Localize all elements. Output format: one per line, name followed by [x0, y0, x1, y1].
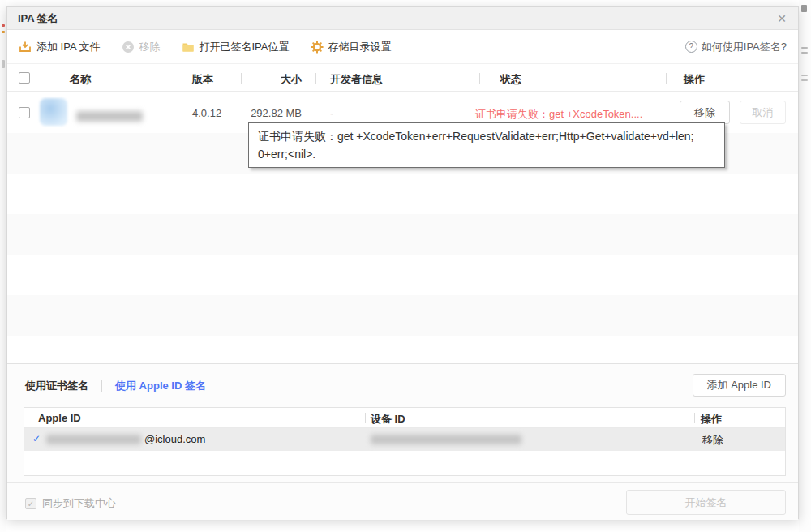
row-cancel-label: 取消: [753, 105, 774, 120]
background-artifact: [801, 52, 808, 54]
remove-button[interactable]: 移除: [122, 40, 161, 54]
background-artifact: [2, 31, 5, 33]
background-artifact: [801, 5, 807, 12]
sync-checkbox[interactable]: [25, 498, 36, 509]
sync-checkbox-group: 同步到下载中心: [25, 496, 116, 511]
background-artifact: [2, 60, 5, 68]
start-signing-button[interactable]: 开始签名: [626, 490, 786, 515]
column-divider: [241, 73, 242, 84]
add-apple-id-label: 添加 Apple ID: [707, 378, 771, 393]
signing-panel: 使用证书签名 使用 Apple ID 签名 添加 Apple ID Apple …: [7, 363, 798, 520]
app-version: 4.0.12: [192, 107, 221, 119]
selected-check-icon: ✓: [32, 433, 41, 444]
ipa-table-header: 名称 版本 大小 开发者信息 状态 操作: [7, 64, 798, 92]
status-tooltip: 证书申请失败：get +XcodeToken+err+RequestValida…: [248, 122, 725, 168]
app-developer: -: [330, 107, 333, 119]
add-ipa-label: 添加 IPA 文件: [36, 40, 101, 54]
tab-divider: [101, 380, 102, 392]
gear-icon: [311, 41, 324, 54]
column-version: 版本: [192, 72, 213, 87]
close-icon[interactable]: [774, 11, 790, 27]
apple-id-redacted: [46, 435, 141, 444]
tab-apple-id-signing[interactable]: 使用 Apple ID 签名: [115, 379, 206, 393]
apple-id-table: Apple ID 设备 ID 操作 ✓ @icloud.com 移除: [24, 407, 786, 476]
background-artifact: [801, 47, 808, 49]
question-circle-icon: [685, 41, 697, 53]
background-artifact: [2, 24, 5, 27]
row-remove-label: 移除: [694, 105, 715, 120]
app-name-redacted: [76, 111, 143, 122]
help-link[interactable]: 如何使用IPA签名?: [685, 40, 787, 54]
remove-circle-icon: [122, 41, 135, 54]
sync-label: 同步到下载中心: [42, 496, 116, 511]
app-icon: [40, 98, 67, 126]
open-signed-location-label: 打开已签名IPA位置: [200, 40, 290, 54]
column-developer: 开发者信息: [330, 72, 383, 87]
column-divider: [178, 73, 178, 84]
signing-tabs: 使用证书签名 使用 Apple ID 签名: [25, 379, 206, 393]
apple-id-table-header: Apple ID 设备 ID 操作: [24, 408, 785, 428]
select-all-checkbox[interactable]: [19, 72, 30, 84]
tab-certificate-signing[interactable]: 使用证书签名: [25, 379, 88, 393]
storage-settings-button[interactable]: 存储目录设置: [311, 40, 392, 54]
apple-id-remove-link[interactable]: 移除: [702, 433, 723, 448]
column-divider: [479, 73, 480, 84]
open-signed-location-button[interactable]: 打开已签名IPA位置: [182, 40, 290, 54]
device-id-redacted: [371, 435, 521, 444]
dialog-titlebar: IPA 签名: [7, 7, 798, 30]
background-artifact: [801, 79, 808, 81]
row-cancel-button[interactable]: 取消: [740, 101, 786, 124]
status-text[interactable]: 证书申请失败：get +XcodeToken....: [475, 107, 642, 122]
app-size: 292.82 MB: [247, 107, 302, 119]
column-divider: [315, 73, 316, 84]
column-size: 大小: [247, 72, 302, 87]
column-name: 名称: [70, 72, 91, 87]
column-actions: 操作: [684, 72, 705, 87]
background-window-left-edge: [0, 0, 6, 532]
add-ipa-button[interactable]: 添加 IPA 文件: [19, 40, 101, 54]
help-label: 如何使用IPA签名?: [702, 40, 787, 54]
column-operation: 操作: [701, 412, 722, 427]
tooltip-line2: 0+err;<nil>.: [258, 145, 715, 163]
column-status: 状态: [500, 72, 521, 87]
toolbar: 添加 IPA 文件 移除 打开已签名IPA位置: [7, 30, 798, 64]
ipa-signing-dialog: IPA 签名 添加 IPA 文件 移除: [6, 6, 799, 519]
apple-id-row[interactable]: ✓ @icloud.com 移除: [24, 428, 785, 451]
column-divider: [365, 413, 366, 423]
column-divider: [666, 73, 667, 84]
dialog-title: IPA 签名: [18, 11, 58, 26]
add-apple-id-button[interactable]: 添加 Apple ID: [693, 374, 786, 397]
tooltip-line1: 证书申请失败：get +XcodeToken+err+RequestValida…: [258, 127, 715, 145]
import-tray-icon: [19, 41, 32, 54]
apple-id-domain: @icloud.com: [144, 433, 205, 445]
folder-icon: [182, 41, 195, 54]
column-apple-id: Apple ID: [38, 412, 81, 424]
row-checkbox[interactable]: [19, 107, 30, 118]
background-artifact: [801, 75, 808, 76]
background-window-right-edge: [799, 0, 811, 532]
remove-label: 移除: [139, 40, 161, 54]
start-signing-label: 开始签名: [685, 496, 727, 510]
column-device-id: 设备 ID: [371, 412, 406, 427]
storage-settings-label: 存储目录设置: [328, 40, 392, 54]
footer-divider: [7, 482, 798, 483]
column-divider: [694, 413, 695, 423]
row-remove-button[interactable]: 移除: [680, 101, 730, 124]
